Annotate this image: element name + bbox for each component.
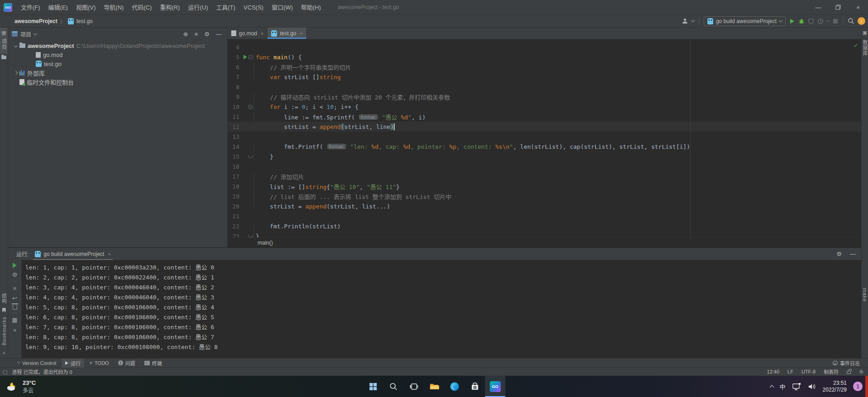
code-line-6[interactable]: 6 // 声明一个字符串类型的切片	[228, 62, 861, 72]
search-everywhere-icon[interactable]	[848, 18, 854, 24]
network-icon[interactable]	[792, 383, 801, 391]
make-stripe-label[interactable]: make	[862, 286, 868, 304]
menu-item-C[interactable]: 代码(C)	[128, 0, 156, 15]
menu-item-F[interactable]: 文件(F)	[17, 0, 44, 15]
structure-stripe-label[interactable]: 结构	[0, 291, 8, 306]
taskbar-clock[interactable]: 23:51 2022/7/29	[823, 380, 847, 393]
code-line-11[interactable]: 11 line := fmt.Sprintf( format: "愚公 %d",…	[228, 112, 861, 122]
breadcrumb-project[interactable]: awesomeProject	[14, 18, 57, 24]
bottom-bar-[interactable]: >_终端	[141, 359, 166, 368]
restore-layout-icon[interactable]: ▦	[12, 317, 17, 323]
code-line-21[interactable]: 21	[228, 211, 861, 221]
locate-file-icon[interactable]: ⊕	[181, 31, 190, 38]
code-line-13[interactable]: 13	[228, 132, 861, 142]
breadcrumb-file[interactable]: test.go	[76, 18, 93, 24]
collapse-all-icon[interactable]: ≡	[193, 31, 200, 38]
gear-icon[interactable]: ⚙	[202, 31, 211, 38]
code-line-23[interactable]: 23}	[228, 231, 861, 237]
bookmarks-stripe-label[interactable]: Bookmarks	[1, 315, 7, 347]
minimize-button[interactable]: —	[808, 0, 828, 14]
code-line-20[interactable]: 20 strList = append(strList, list...)	[228, 201, 861, 211]
tree-row-[interactable]: 外部库	[8, 68, 227, 77]
clear-console-trash-icon[interactable]	[13, 305, 17, 310]
close-tab-icon[interactable]: ×	[300, 31, 303, 36]
chevron-closed-icon[interactable]	[14, 71, 18, 75]
code-line-18[interactable]: 18 list := []string{"愚公 10", "愚公 11"}	[228, 181, 861, 191]
start-button[interactable]	[363, 376, 383, 397]
menu-item-T[interactable]: 工具(T)	[212, 0, 239, 15]
code-line-22[interactable]: 22 fmt.Println(strList)	[228, 221, 861, 231]
code-line-5[interactable]: 5func main() {	[228, 52, 861, 62]
code-line-16[interactable]: 16	[228, 161, 861, 171]
indent-indicator[interactable]: 制表符	[824, 368, 839, 375]
line-ending-indicator[interactable]: LF	[787, 369, 793, 374]
bottom-bar-[interactable]: !问题	[114, 359, 139, 368]
more-actions-icon[interactable]: »	[13, 326, 16, 333]
code-line-7[interactable]: 7 var strList []string	[228, 72, 861, 82]
favorites-folder-icon[interactable]	[1, 56, 6, 59]
user-profile-icon[interactable]	[682, 18, 688, 24]
microsoft-store-button[interactable]	[465, 376, 485, 397]
close-button[interactable]: ×	[848, 0, 868, 14]
weather-widget[interactable]: 23°C 多云	[0, 376, 100, 397]
run-button[interactable]	[789, 18, 795, 24]
bottom-bar-VersionControl[interactable]: ⑂Version Control	[14, 359, 60, 368]
editor-breadcrumb[interactable]: main()	[228, 237, 861, 247]
stop-process-button[interactable]: ■	[13, 285, 17, 292]
menu-item-W[interactable]: 窗口(W)	[267, 0, 297, 15]
hide-panel-icon[interactable]: —	[214, 31, 224, 38]
soft-wrap-icon[interactable]: ↩	[12, 295, 17, 302]
chevron-open-icon[interactable]	[14, 44, 18, 47]
edge-browser-button[interactable]	[444, 376, 465, 397]
bottom-bar-TODO[interactable]: ≡TODO	[86, 359, 112, 368]
ide-update-icon[interactable]: ↑	[858, 17, 865, 25]
code-line-19[interactable]: 19 // list 后面的 ... 表示将 list 整个添加到 strLis…	[228, 191, 861, 201]
task-view-button[interactable]	[404, 376, 424, 397]
hide-run-panel-icon[interactable]: —	[848, 250, 858, 257]
run-console-output[interactable]: len: 1, cap: 1, pointer: 0xc00003a230, c…	[22, 260, 861, 358]
close-tab-icon[interactable]: ×	[261, 31, 263, 36]
code-line-17[interactable]: 17 // 添加切片	[228, 171, 861, 181]
run-line-icon[interactable]	[243, 55, 247, 59]
volume-icon[interactable]	[807, 383, 816, 391]
fold-marker-icon[interactable]	[248, 235, 253, 237]
menu-item-N[interactable]: 导航(N)	[100, 0, 128, 15]
ime-indicator[interactable]: 中	[780, 382, 786, 391]
project-panel-title[interactable]: 项目	[20, 30, 31, 38]
hidden-icons-chevron[interactable]	[769, 385, 774, 390]
profiler-button[interactable]	[817, 18, 824, 24]
user-dropdown-icon[interactable]	[691, 19, 695, 22]
edit-configuration-wrench-icon[interactable]: ⚙	[12, 271, 18, 278]
profiler-dropdown-icon[interactable]	[826, 19, 830, 22]
caret-position[interactable]: 12:40	[767, 369, 780, 374]
project-view-dropdown-icon[interactable]	[33, 31, 37, 35]
taskbar-search-button[interactable]	[383, 376, 404, 397]
encoding-indicator[interactable]: UTF-8	[801, 369, 816, 374]
more-tool-windows-icon[interactable]: »	[2, 347, 5, 358]
code-line-14[interactable]: 14 fmt.Printf( format: "len: %d, cap: %d…	[228, 142, 861, 151]
code-line-15[interactable]: 15 }	[228, 151, 861, 161]
run-config-select[interactable]: go build awesomeProject	[704, 16, 786, 26]
debug-button[interactable]	[798, 18, 805, 24]
code-line-10[interactable]: 10 for i := 0; i < 10; i++ {	[228, 102, 861, 112]
tree-row-[interactable]: 临时文件和控制台	[8, 77, 227, 86]
fold-marker-icon[interactable]	[248, 55, 253, 59]
bottom-bar-[interactable]: 运行	[62, 359, 84, 368]
goland-taskbar-button[interactable]: GO	[485, 376, 506, 397]
close-run-tab-icon[interactable]: ×	[108, 251, 110, 257]
rerun-button[interactable]	[13, 263, 17, 268]
readonly-lock-icon[interactable]	[847, 371, 851, 374]
tool-window-switcher-icon[interactable]: ▢	[3, 369, 7, 375]
code-line-4[interactable]: 4	[228, 42, 861, 52]
tree-row-testgo[interactable]: test.go	[8, 59, 227, 68]
coverage-button[interactable]	[808, 18, 814, 24]
stop-button[interactable]	[833, 19, 838, 24]
code-line-9[interactable]: 9 // 循环动态向 strList 切片中添加 20 个元素，并打印相关参数	[228, 92, 861, 102]
menu-item-R[interactable]: 重构(R)	[156, 0, 184, 15]
notifications-icon[interactable]: ▣	[863, 28, 867, 38]
run-settings-gear-icon[interactable]: ⚙	[835, 250, 844, 257]
restore-button[interactable]	[828, 0, 848, 14]
show-desktop-strip[interactable]	[865, 376, 868, 397]
menu-item-H[interactable]: 帮助(H)	[297, 0, 325, 15]
fold-marker-icon[interactable]	[248, 105, 253, 109]
